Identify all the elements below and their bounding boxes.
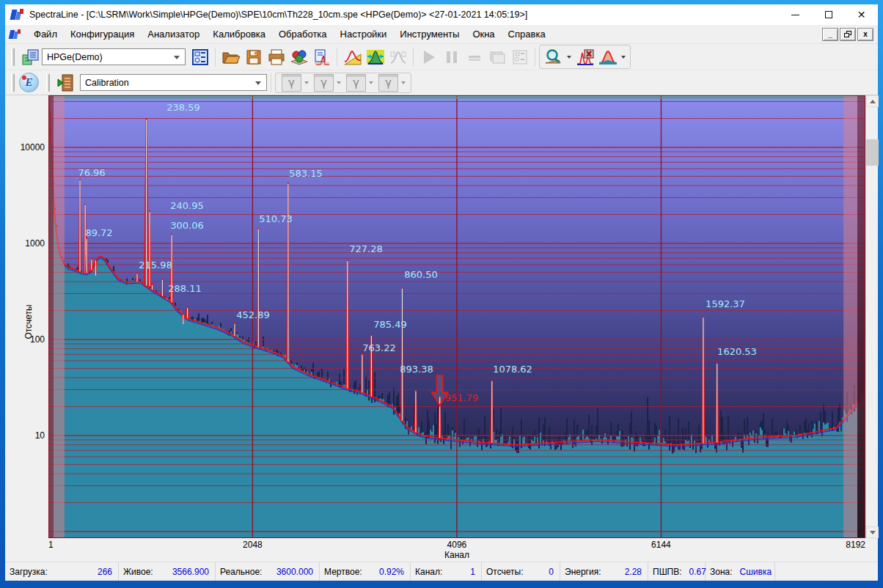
y-tick-label: 10 [35, 430, 45, 441]
parameters-button [508, 46, 531, 67]
menu-item-Анализатор[interactable]: Анализатор [141, 26, 206, 43]
chevron-down-icon [255, 81, 261, 85]
menu-item-Конфигурация[interactable]: Конфигурация [64, 26, 141, 43]
menu-item-Справка[interactable]: Справка [502, 26, 552, 43]
zoom-button[interactable] [542, 46, 565, 67]
calibrate-button[interactable] [341, 46, 364, 67]
status-label: ПШПВ: [653, 567, 682, 577]
x-tick-label: 2048 [243, 540, 263, 550]
spectrum-canvas[interactable]: 951.7976.9689.72215.98238.59240.95288.11… [48, 95, 865, 538]
x-tick-label: 1 [48, 540, 54, 550]
task-combobox[interactable]: Calibration [80, 74, 267, 91]
peak-label: 215.98 [139, 260, 172, 271]
peak-label: 763.22 [362, 342, 396, 353]
status-label: Энергия: [565, 567, 601, 577]
detector-combobox[interactable]: HPGe(Demo) [42, 48, 186, 65]
status-value: 3566.900 [172, 567, 209, 577]
toolbar-grip[interactable] [46, 74, 50, 92]
mdi-minimize-button[interactable]: _ [822, 28, 838, 41]
arrow-down-icon [870, 531, 876, 534]
mdi-restore-button[interactable] [840, 28, 856, 41]
detector-config-button[interactable] [19, 46, 42, 67]
main-toolbar: HPGe(Demo) [5, 44, 878, 70]
magnifier-icon [544, 48, 563, 66]
status-field-ПШПВ: ПШПВ:0.67 [648, 562, 706, 581]
toolbar-separator [413, 48, 414, 67]
open-file-button[interactable] [219, 46, 242, 67]
save-file-button[interactable] [242, 46, 265, 67]
peak-label: 76.96 [78, 167, 105, 178]
toolbar-grip[interactable] [11, 74, 15, 92]
y-tick-label: 10000 [21, 142, 45, 152]
menu-item-Калибровка[interactable]: Калибровка [206, 26, 272, 43]
chevron-down-icon [174, 56, 180, 59]
toolbar-separator [337, 48, 337, 67]
report-button[interactable] [310, 46, 333, 67]
status-label: Канал: [415, 567, 442, 577]
app-icon [11, 8, 24, 21]
mdi-close-button[interactable]: x [857, 28, 873, 41]
status-field-Отсчеты: Отсчеты:0 [482, 562, 560, 581]
efficiency-button[interactable]: E [19, 73, 39, 92]
nuclide-spheres-icon [290, 48, 309, 66]
app-window: SpectraLine - [C:\LSRM\Work\Simple\HPGe(… [0, 0, 883, 588]
vertical-scrollbar[interactable] [865, 95, 878, 538]
delete-peaks-icon [576, 48, 595, 66]
play-icon [421, 49, 437, 65]
menu-item-Настройки[interactable]: Настройки [334, 26, 394, 43]
peak-outline-icon [389, 48, 408, 66]
status-label: Зона: [710, 567, 733, 577]
printer-icon [268, 48, 285, 66]
toolbar-separator [535, 48, 535, 67]
menu-item-Окна[interactable]: Окна [466, 26, 501, 43]
minimize-button[interactable] [779, 4, 812, 25]
open-folder-icon [221, 48, 241, 66]
status-label: Загрузка: [10, 567, 48, 577]
detector-list-button[interactable] [188, 46, 211, 67]
toolbar-separator [271, 73, 271, 92]
fit-peaks-button[interactable] [364, 46, 386, 67]
peak-label: 1592.37 [706, 298, 745, 309]
scroll-up-button[interactable] [866, 95, 879, 107]
menu-item-Обработка[interactable]: Обработка [272, 26, 334, 43]
scrollbar-thumb[interactable] [866, 139, 879, 166]
peak-view-dropdown-caret[interactable] [619, 46, 628, 67]
window-view-button [486, 46, 508, 67]
gamma-button-4: γ [378, 74, 398, 92]
nuclide-library-button[interactable] [287, 46, 310, 67]
detector-combobox-value: HPGe(Demo) [47, 52, 103, 62]
task-combobox-value: Calibration [85, 78, 129, 88]
status-label: Мертвое: [324, 567, 362, 577]
menu-item-Инструменты[interactable]: Инструменты [393, 26, 466, 43]
gamma-button-1: γ [282, 74, 301, 92]
menu-bar: ФайлКонфигурацияАнализаторКалибровкаОбра… [5, 25, 878, 44]
stop-icon [466, 49, 483, 65]
spectrum-plot[interactable]: 951.7976.9689.72215.98238.59240.95288.11… [48, 95, 865, 538]
peak-view-button[interactable] [596, 46, 619, 67]
cursor-peak-label: 951.79 [445, 392, 479, 403]
delete-peaks-button[interactable] [574, 46, 596, 67]
x-tick-label: 8192 [846, 540, 865, 550]
menu-item-Файл[interactable]: Файл [27, 26, 64, 43]
peak-label: 583.15 [289, 168, 323, 179]
status-field-Реальное: Реальное:3600.000 [216, 562, 320, 581]
window-title: SpectraLine - [C:\LSRM\Work\Simple\HPGe(… [29, 10, 527, 20]
gamma-button-2: γ [314, 74, 334, 92]
task-journal-button[interactable] [54, 72, 77, 93]
zoom-dropdown-caret[interactable] [565, 46, 574, 67]
toolbar-grip[interactable] [11, 48, 15, 66]
record-dot-icon [22, 76, 26, 80]
peak-view-icon [598, 48, 618, 66]
peak-label: 727.28 [349, 243, 383, 254]
status-label: Живое: [123, 567, 153, 577]
parameters-list-icon [511, 49, 529, 65]
status-label: Реальное: [220, 567, 262, 577]
y-tick-label: 1000 [25, 238, 45, 249]
maximize-button[interactable] [812, 4, 845, 25]
peak-label: 893.38 [400, 364, 433, 375]
close-button[interactable]: ✕ [845, 4, 878, 25]
peak-label: 240.95 [170, 200, 204, 211]
print-button[interactable] [265, 46, 287, 67]
scroll-down-button[interactable] [866, 526, 879, 538]
peak-tool-button-disabled [386, 46, 409, 67]
